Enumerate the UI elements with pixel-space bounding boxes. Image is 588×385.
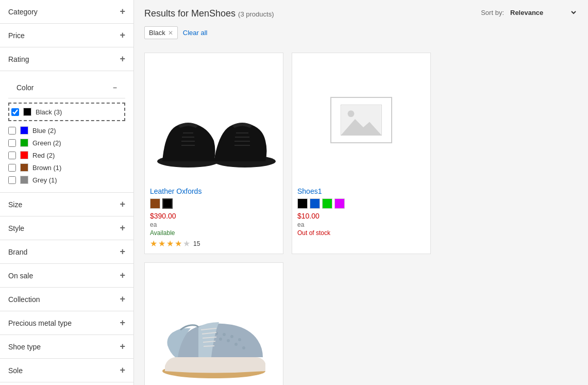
- color-option-green: Green (2): [8, 137, 125, 149]
- filter-header-precious_metal_type[interactable]: Precious metal type +: [8, 317, 125, 328]
- color-option-grey: Grey (1): [8, 174, 125, 186]
- star-4: ★: [183, 239, 190, 248]
- filter-section-style: Style +: [0, 216, 133, 240]
- color-option-inner-red: Red (2): [8, 149, 125, 161]
- filter-section-sole: Sole +: [0, 359, 133, 382]
- filter-header-color[interactable]: Color−: [8, 77, 125, 98]
- filter-label-color: Color: [16, 83, 33, 92]
- top-bar: Results for MenShoes (3 products) Black …: [144, 8, 578, 47]
- filter-section-price: Price +: [0, 24, 133, 47]
- product-unit-leather-oxfords: ea: [150, 221, 278, 228]
- swatch-shoes1-3[interactable]: [334, 198, 345, 209]
- color-filter-body: Black (3) Blue (2) Green (2): [8, 103, 125, 186]
- filter-header-price[interactable]: Price +: [8, 30, 125, 41]
- filter-label-precious_metal_type: Precious metal type: [8, 319, 72, 327]
- swatch-shoes1-2[interactable]: [322, 198, 332, 209]
- product-status-leather-oxfords: Available: [150, 229, 278, 237]
- color-checkbox-black[interactable]: [11, 108, 19, 116]
- svg-point-19: [238, 338, 241, 341]
- filter-header-brand[interactable]: Brand +: [8, 246, 125, 257]
- color-checkbox-green[interactable]: [8, 139, 16, 147]
- filter-header-collection[interactable]: Collection +: [8, 294, 125, 305]
- color-swatch-grey: [20, 176, 28, 184]
- running-shoe-svg: [155, 281, 273, 379]
- svg-point-25: [242, 346, 245, 349]
- svg-line-30: [204, 346, 214, 346]
- main-content: Results for MenShoes (3 products) Black …: [134, 0, 588, 385]
- color-label-blue[interactable]: Blue (2): [32, 127, 56, 135]
- color-option-inner-brown: Brown (1): [8, 161, 125, 174]
- color-label-green[interactable]: Green (2): [32, 139, 61, 147]
- filter-label-collection: Collection: [8, 295, 40, 304]
- star-3: ★: [175, 239, 182, 248]
- review-count: 15: [193, 240, 200, 247]
- color-swatch-brown: [20, 163, 28, 172]
- oxford-shoe-svg: [152, 69, 276, 172]
- filter-toggle-precious_metal_type: +: [120, 317, 125, 328]
- color-checkbox-red[interactable]: [8, 152, 16, 159]
- swatch-leather-oxfords-1[interactable]: [162, 198, 173, 209]
- filter-header-shoe_type[interactable]: Shoe type +: [8, 341, 125, 352]
- swatch-shoes1-0[interactable]: [297, 198, 308, 209]
- sort-bar: Sort by: RelevancePrice: Low to HighPric…: [481, 8, 578, 17]
- color-checkbox-brown[interactable]: [8, 164, 16, 172]
- color-swatch-blue: [20, 126, 28, 135]
- filter-toggle-brand: +: [120, 246, 125, 257]
- color-label-red[interactable]: Red (2): [32, 152, 55, 159]
- filter-header-size[interactable]: Size +: [8, 199, 125, 210]
- product-image-shoes1: [297, 58, 425, 182]
- svg-point-22: [219, 338, 222, 341]
- filter-section-on_sale: On sale +: [0, 264, 133, 288]
- filter-label-size: Size: [8, 200, 22, 209]
- color-swatch-black: [23, 108, 31, 116]
- filter-toggle-collection: +: [120, 294, 125, 305]
- color-checkbox-blue[interactable]: [8, 127, 16, 135]
- filter-header-on_sale[interactable]: On sale +: [8, 270, 125, 281]
- filter-label-price: Price: [8, 31, 25, 40]
- swatch-leather-oxfords-0[interactable]: [150, 198, 160, 209]
- filter-label-rating: Rating: [8, 55, 29, 63]
- filter-section-size: Size +: [0, 193, 133, 216]
- sort-label: Sort by:: [481, 9, 504, 16]
- filter-header-category[interactable]: Category +: [8, 6, 125, 17]
- results-title: Results for MenShoes: [144, 8, 236, 19]
- sort-select[interactable]: RelevancePrice: Low to HighPrice: High t…: [508, 8, 578, 17]
- top-left: Results for MenShoes (3 products) Black …: [144, 8, 481, 47]
- color-option-black: Black (3): [8, 103, 125, 121]
- active-filters: Black ✕Clear all: [144, 26, 481, 39]
- color-option-blue: Blue (2): [8, 124, 125, 137]
- filter-section-precious_metal_type: Precious metal type +: [0, 311, 133, 335]
- clear-all-button[interactable]: Clear all: [183, 29, 208, 37]
- color-checked-box: Black (3): [8, 103, 125, 121]
- color-option-inner-blue: Blue (2): [8, 124, 125, 137]
- product-status-shoes1: Out of stock: [297, 229, 425, 237]
- product-price-shoes1: $10.00: [297, 212, 425, 220]
- color-label-black[interactable]: Black (3): [36, 108, 62, 116]
- filter-header-style[interactable]: Style +: [8, 223, 125, 233]
- color-label-brown[interactable]: Brown (1): [32, 164, 61, 172]
- product-name-leather-oxfords[interactable]: Leather Oxfords: [150, 187, 278, 195]
- filter-toggle-size: +: [120, 199, 125, 210]
- filter-header-rating[interactable]: Rating +: [8, 54, 125, 64]
- filter-label-shoe_type: Shoe type: [8, 343, 41, 351]
- swatch-shoes1-1[interactable]: [310, 198, 320, 209]
- product-name-shoes1[interactable]: Shoes1: [297, 187, 425, 195]
- filter-section-brand: Brand +: [0, 240, 133, 264]
- svg-point-17: [223, 333, 226, 336]
- filter-tag-remove-black[interactable]: ✕: [168, 29, 173, 37]
- svg-point-18: [230, 335, 233, 338]
- product-rating-leather-oxfords: ★★★★★15: [150, 239, 278, 248]
- color-swatch-green: [20, 139, 28, 147]
- product-card-running-shoe: Running Shoe $60.00 $20.00 ea Available: [144, 262, 283, 385]
- filter-toggle-price: +: [120, 30, 125, 41]
- results-header: Results for MenShoes (3 products): [144, 8, 481, 19]
- filter-label-style: Style: [8, 224, 24, 232]
- svg-point-24: [234, 343, 238, 346]
- color-option-inner-black: Black (3): [11, 106, 122, 118]
- filter-label-brand: Brand: [8, 248, 27, 256]
- color-option-inner-grey: Grey (1): [8, 174, 125, 186]
- filter-toggle-category: +: [120, 6, 125, 17]
- filter-header-sole[interactable]: Sole +: [8, 365, 125, 376]
- color-checkbox-grey[interactable]: [8, 176, 16, 184]
- color-label-grey[interactable]: Grey (1): [32, 176, 57, 184]
